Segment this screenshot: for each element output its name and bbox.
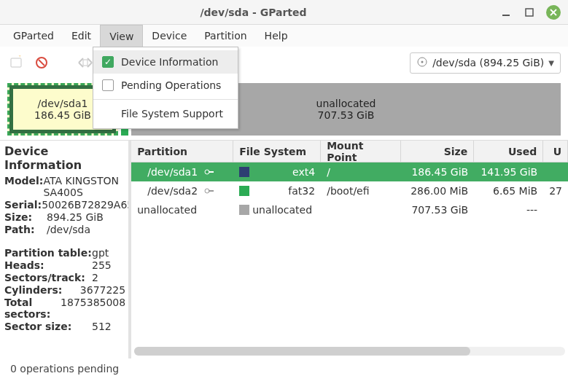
device-selector[interactable]: /dev/sda (894.25 GiB) ▼: [410, 52, 561, 74]
col-mountpoint[interactable]: Mount Point: [321, 141, 401, 162]
label-size: Size:: [4, 211, 47, 223]
cell-mount: /boot/efi: [321, 181, 401, 200]
lock-icon: [204, 187, 216, 195]
view-dropdown: ✓ Device Information Pending Operations …: [93, 47, 238, 129]
checkbox-off-icon: [102, 79, 114, 91]
col-filesystem[interactable]: File System: [233, 141, 321, 162]
device-info-title: Device Information: [4, 144, 125, 172]
view-device-information[interactable]: ✓ Device Information: [93, 50, 238, 74]
chevron-down-icon: ▼: [548, 59, 554, 67]
cell-used: ---: [474, 200, 543, 219]
cell-fs: fat32: [252, 185, 315, 197]
dropdown-item-label: Pending Operations: [121, 79, 221, 91]
cell-mount: [321, 200, 401, 219]
status-text: 0 operations pending: [10, 363, 119, 375]
label-model: Model:: [4, 175, 43, 198]
cell-fs: ext4: [252, 166, 315, 178]
label-ptable: Partition table:: [4, 247, 92, 259]
disk-icon: [416, 56, 428, 70]
cell-fs: unallocated: [252, 204, 312, 216]
maximize-button[interactable]: [523, 6, 536, 19]
close-button[interactable]: [546, 5, 561, 20]
view-pending-operations[interactable]: Pending Operations: [93, 74, 238, 97]
dropdown-separator: [93, 99, 238, 100]
menu-help[interactable]: Help: [256, 25, 297, 47]
label-sectors-track: Sectors/track:: [4, 272, 92, 283]
device-info-pane: Device Information Model:ATA KINGSTON SA…: [0, 140, 128, 358]
value-ptable: gpt: [92, 247, 109, 259]
partition-graphic: /dev/sda1 186.45 GiB unallocated 707.53 …: [7, 83, 561, 136]
label-sector-size: Sector size:: [4, 321, 92, 332]
col-extra[interactable]: U: [543, 141, 568, 162]
status-bar: 0 operations pending: [0, 358, 568, 380]
cell-tail: 27: [543, 181, 568, 200]
menu-edit[interactable]: Edit: [63, 25, 100, 47]
svg-line-7: [39, 60, 44, 66]
fs-color-swatch: [239, 167, 249, 177]
cell-mount: /: [321, 162, 401, 181]
value-size: 894.25 GiB: [47, 211, 104, 223]
menu-view[interactable]: View: [100, 25, 143, 47]
partition-table-pane: Partition File System Mount Point Size U…: [128, 140, 568, 358]
label-serial: Serial:: [4, 199, 42, 211]
label-total-sectors: Total sectors:: [4, 297, 61, 320]
graphic-unalloc-size: 707.53 GiB: [318, 109, 375, 121]
table-row[interactable]: /dev/sda1 ext4 / 186.45 GiB 141.95 GiB: [131, 162, 568, 181]
value-cylinders: 3677225: [80, 284, 125, 296]
horizontal-scrollbar[interactable]: [134, 347, 565, 356]
svg-rect-14: [209, 190, 214, 192]
cell-size: 286.00 MiB: [401, 181, 474, 200]
value-path: /dev/sda: [47, 224, 90, 235]
minimize-button[interactable]: [499, 6, 513, 19]
value-sectors-track: 2: [92, 272, 98, 283]
col-size[interactable]: Size: [401, 141, 474, 162]
cell-partition: /dev/sda2: [147, 185, 198, 197]
value-serial: 50026B72829A6524: [42, 199, 128, 211]
fs-color-swatch: [239, 205, 249, 215]
svg-rect-8: [83, 60, 87, 66]
value-total-sectors: 1875385008: [61, 297, 125, 320]
menu-device[interactable]: Device: [143, 25, 195, 47]
svg-rect-1: [526, 9, 533, 16]
cell-partition: unallocated: [137, 204, 197, 216]
label-cylinders: Cylinders:: [4, 284, 80, 296]
menu-partition[interactable]: Partition: [195, 25, 255, 47]
window-title: /dev/sda - GParted: [7, 7, 499, 18]
graphic-part-label: /dev/sda1: [38, 98, 88, 109]
title-bar: /dev/sda - GParted: [0, 0, 568, 25]
value-heads: 255: [92, 259, 112, 271]
view-file-system-support[interactable]: File System Support: [93, 102, 238, 125]
col-partition[interactable]: Partition: [131, 141, 233, 162]
lock-icon: [204, 168, 216, 176]
table-header: Partition File System Mount Point Size U…: [131, 141, 568, 162]
svg-rect-12: [209, 171, 214, 173]
scrollbar-thumb[interactable]: [134, 347, 470, 356]
value-sector-size: 512: [92, 321, 112, 332]
cell-used: 141.95 GiB: [474, 162, 543, 181]
svg-point-10: [421, 60, 424, 63]
label-path: Path:: [4, 224, 47, 235]
delete-partition-icon[interactable]: [32, 53, 51, 72]
checkbox-on-icon: ✓: [102, 56, 114, 68]
menu-gparted[interactable]: GParted: [4, 25, 63, 47]
graphic-unalloc-label: unallocated: [316, 98, 376, 109]
fs-color-swatch: [239, 186, 249, 196]
toolbar: ✦ /dev/sda (894.25 GiB) ▼: [0, 47, 568, 79]
label-heads: Heads:: [4, 259, 92, 271]
svg-rect-4: [11, 58, 21, 67]
cell-used: 6.65 MiB: [474, 181, 543, 200]
dropdown-item-label: Device Information: [121, 56, 218, 68]
table-row[interactable]: /dev/sda2 fat32 /boot/efi 286.00 MiB 6.6…: [131, 181, 568, 200]
col-used[interactable]: Used: [474, 141, 543, 162]
window-controls: [499, 5, 561, 20]
svg-text:✦: ✦: [17, 55, 23, 59]
table-row[interactable]: unallocated unallocated 707.53 GiB ---: [131, 200, 568, 219]
value-model: ATA KINGSTON SA400S: [43, 175, 125, 198]
cell-partition: /dev/sda1: [147, 166, 198, 178]
new-partition-icon[interactable]: ✦: [7, 53, 26, 72]
cell-size: 707.53 GiB: [401, 200, 474, 219]
dropdown-item-label: File System Support: [121, 108, 223, 119]
graphic-part-size: 186.45 GiB: [34, 109, 91, 121]
device-selector-label: /dev/sda (894.25 GiB): [432, 57, 544, 68]
menu-bar: GParted Edit View Device Partition Help: [0, 25, 568, 47]
